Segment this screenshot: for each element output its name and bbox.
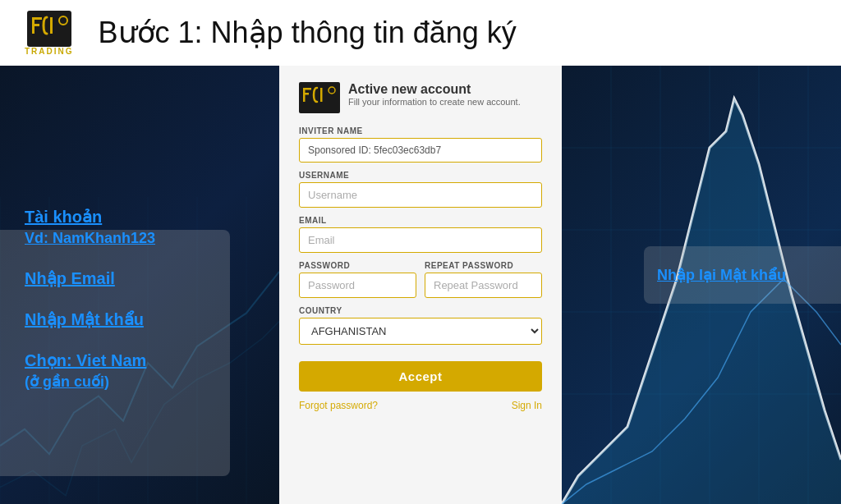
label-password: Nhập Mật khẩu <box>25 308 255 331</box>
main-area: Tài khoản Vd: NamKhanh123 Nhập Email Nhậ… <box>0 66 841 504</box>
username-label: USERNAME <box>299 171 542 180</box>
left-label-tai-khoan: Tài khoản Vd: NamKhanh123 <box>25 205 255 249</box>
inviter-name-label: INVITER NAME <box>299 126 542 135</box>
left-labels: Tài khoản Vd: NamKhanh123 Nhập Email Nhậ… <box>16 90 263 419</box>
left-label-email: Nhập Email <box>25 267 255 290</box>
svg-rect-16 <box>320 88 323 102</box>
top-header: TRADING Bước 1: Nhập thông tin đăng ký <box>0 0 841 66</box>
username-field: USERNAME <box>299 171 542 208</box>
password-label: PASSWORD <box>299 261 416 270</box>
country-select[interactable]: AFGHANISTAN VIETNAM UNITED STATES <box>299 318 542 345</box>
inviter-name-field: INVITER NAME <box>299 126 542 163</box>
form-header: Active new account Fill your information… <box>299 82 542 113</box>
svg-rect-4 <box>50 17 53 34</box>
form-footer: Forgot password? Sign In <box>299 396 542 415</box>
country-label: COUNTRY <box>299 306 542 315</box>
label-tai-khoan-line2: Vd: NamKhanh123 <box>25 228 255 249</box>
registration-form-panel: Active new account Fill your information… <box>279 66 562 504</box>
left-panel: Tài khoản Vd: NamKhanh123 Nhập Email Nhậ… <box>0 66 279 504</box>
right-panel: Nhập lại Mật khẩu <box>562 66 841 504</box>
sign-in-link[interactable]: Sign In <box>512 400 542 411</box>
svg-rect-2 <box>32 17 42 20</box>
repeat-password-input[interactable] <box>425 273 542 298</box>
right-label-overlay: Nhập lại Mật khẩu <box>644 246 841 304</box>
logo-text: TRADING <box>25 47 74 56</box>
email-input[interactable] <box>299 227 542 253</box>
accept-button[interactable]: Accept <box>299 361 542 392</box>
left-label-country: Chọn: Viet Nam (ở gần cuối) <box>25 349 255 392</box>
password-input[interactable] <box>299 273 416 298</box>
form-logo-icon <box>299 82 340 113</box>
email-field: EMAIL <box>299 216 542 253</box>
password-field: PASSWORD <box>299 261 416 298</box>
label-country-line2: (ở gần cuối) <box>25 372 255 392</box>
country-field: COUNTRY AFGHANISTAN VIETNAM UNITED STATE… <box>299 306 542 345</box>
username-input[interactable] <box>299 182 542 208</box>
svg-rect-15 <box>303 93 309 95</box>
page-title: Bước 1: Nhập thông tin đăng ký <box>99 16 517 50</box>
svg-rect-3 <box>32 24 39 26</box>
label-email: Nhập Email <box>25 267 255 290</box>
right-label-text: Nhập lại Mật khẩu <box>657 266 786 284</box>
left-label-password: Nhập Mật khẩu <box>25 308 255 331</box>
repeat-password-label: REPEAT PASSWORD <box>425 261 542 270</box>
repeat-password-field: REPEAT PASSWORD <box>425 261 542 298</box>
form-subtitle: Fill your information to create new acco… <box>348 97 521 107</box>
logo-area: TRADING <box>25 11 74 56</box>
form-title-area: Active new account Fill your information… <box>348 82 521 107</box>
svg-rect-14 <box>303 88 311 90</box>
label-country-line1: Chọn: Viet Nam <box>25 349 255 372</box>
inviter-name-input[interactable] <box>299 138 542 163</box>
label-tai-khoan-line1: Tài khoản <box>25 205 255 228</box>
logo-icon <box>27 11 71 47</box>
email-label: EMAIL <box>299 216 542 225</box>
forgot-password-link[interactable]: Forgot password? <box>299 400 378 411</box>
form-title: Active new account <box>348 82 521 97</box>
password-row: PASSWORD REPEAT PASSWORD <box>299 261 542 298</box>
